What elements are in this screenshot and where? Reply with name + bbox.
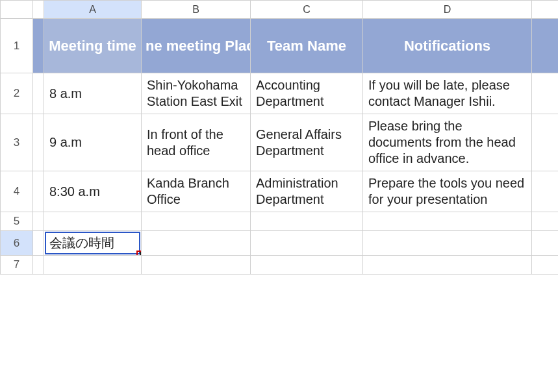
- active-cell-text: 会議の時間: [49, 236, 114, 250]
- header-notifications[interactable]: Notifications: [363, 19, 532, 73]
- row-header-2[interactable]: 2: [1, 73, 33, 114]
- col-edge: [33, 1, 44, 19]
- row-header-4[interactable]: 4: [1, 171, 33, 212]
- row-header-6[interactable]: 6: [1, 231, 33, 256]
- cell-B4[interactable]: Kanda Branch Office: [142, 171, 251, 212]
- cell-A5[interactable]: [44, 212, 142, 231]
- cell-edge: [532, 212, 559, 231]
- cell-A4[interactable]: 8:30 a.m: [44, 171, 142, 212]
- cell-D7[interactable]: [363, 256, 532, 275]
- cell-B3[interactable]: In front of the head office: [142, 114, 251, 171]
- cell-D5[interactable]: [363, 212, 532, 231]
- cell-D3[interactable]: Please bring the documents from the head…: [363, 114, 532, 171]
- table-row: 5: [1, 212, 559, 231]
- cell-D6[interactable]: [363, 231, 532, 256]
- cell-edge: [532, 19, 559, 73]
- table-header-row: 1 Meeting time ne meeting Plac Team Name…: [1, 19, 559, 73]
- cell-A6-selected[interactable]: 会議の時間 ✚: [44, 231, 142, 256]
- column-header-row: A B C D: [1, 1, 559, 19]
- col-header-B[interactable]: B: [142, 1, 251, 19]
- cell-edge: [532, 171, 559, 212]
- corner-cell[interactable]: [1, 1, 33, 19]
- row-header-3[interactable]: 3: [1, 114, 33, 171]
- col-header-D[interactable]: D: [363, 1, 532, 19]
- table-row: 3 9 a.m In front of the head office Gene…: [1, 114, 559, 171]
- row-header-7[interactable]: 7: [1, 256, 33, 275]
- spreadsheet-grid[interactable]: A B C D 1 Meeting time ne meeting Plac T…: [0, 0, 558, 275]
- cell-A3[interactable]: 9 a.m: [44, 114, 142, 171]
- cell-C7[interactable]: [251, 256, 363, 275]
- header-meeting-place[interactable]: ne meeting Plac: [142, 19, 251, 73]
- col-edge: [33, 73, 44, 114]
- row-header-5[interactable]: 5: [1, 212, 33, 231]
- row-header-1[interactable]: 1: [1, 19, 33, 73]
- cell-C3[interactable]: General Affairs Department: [251, 114, 363, 171]
- cell-B6[interactable]: [142, 231, 251, 256]
- col-edge: [33, 212, 44, 231]
- col-edge: [33, 171, 44, 212]
- fill-handle-cross-icon[interactable]: ✚: [136, 251, 142, 256]
- cell-B7[interactable]: [142, 256, 251, 275]
- cell-edge: [532, 256, 559, 275]
- col-header-A[interactable]: A: [44, 1, 142, 19]
- col-header-edge: [532, 1, 559, 19]
- col-edge: [33, 19, 44, 73]
- col-edge: [33, 231, 44, 256]
- cell-edge: [532, 231, 559, 256]
- cell-C4[interactable]: Administration Department: [251, 171, 363, 212]
- cell-edge: [532, 73, 559, 114]
- table-row: 7: [1, 256, 559, 275]
- table-row-active: 6 会議の時間 ✚: [1, 231, 559, 256]
- header-meeting-time[interactable]: Meeting time: [44, 19, 142, 73]
- cell-C5[interactable]: [251, 212, 363, 231]
- cell-edge: [532, 114, 559, 171]
- header-b-text: ne meeting Plac: [146, 38, 251, 54]
- cell-B5[interactable]: [142, 212, 251, 231]
- header-team-name[interactable]: Team Name: [251, 19, 363, 73]
- cell-C6[interactable]: [251, 231, 363, 256]
- cell-A2[interactable]: 8 a.m: [44, 73, 142, 114]
- cell-C2[interactable]: Accounting Department: [251, 73, 363, 114]
- table-row: 2 8 a.m Shin-Yokohama Station East Exit …: [1, 73, 559, 114]
- table-row: 4 8:30 a.m Kanda Branch Office Administr…: [1, 171, 559, 212]
- cell-A7[interactable]: [44, 256, 142, 275]
- col-header-C[interactable]: C: [251, 1, 363, 19]
- col-edge: [33, 114, 44, 171]
- cell-B2[interactable]: Shin-Yokohama Station East Exit: [142, 73, 251, 114]
- col-edge: [33, 256, 44, 275]
- cell-D2[interactable]: If you will be late, please contact Mana…: [363, 73, 532, 114]
- cell-D4[interactable]: Prepare the tools you need for your pres…: [363, 171, 532, 212]
